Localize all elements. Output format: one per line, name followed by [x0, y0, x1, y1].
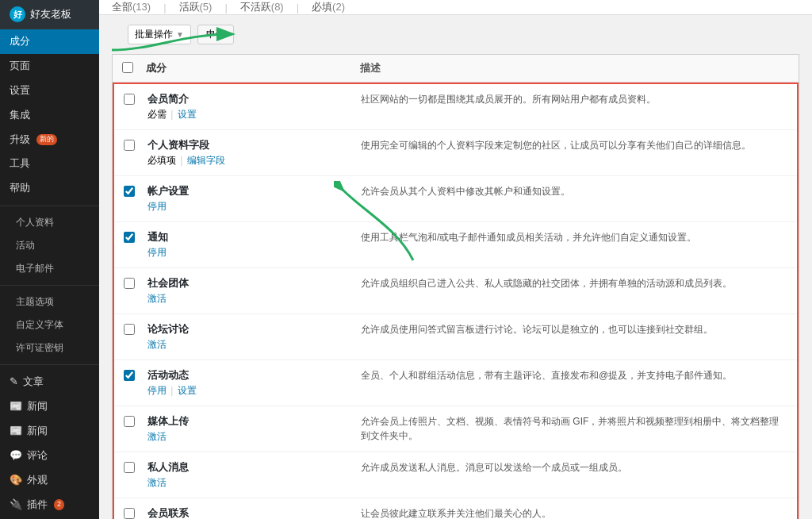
xinwen1-icon: 📰 [10, 400, 22, 413]
sidebar-item-keqianzhengmi[interactable]: 许可证密钥 [0, 336, 99, 359]
sidebar-item-dianziyoujian[interactable]: 电子邮件 [0, 257, 99, 280]
sidebar-item-bangzhu-label: 帮助 [10, 182, 30, 195]
row-check-tongzhi [124, 230, 147, 245]
sidebar-item-jicheng[interactable]: 集成 [0, 103, 99, 128]
sidebar-item-zidingyziti[interactable]: 自定义字体 [0, 313, 99, 336]
row-name-huiyuanlianxi: 会员联系 激活 [147, 506, 361, 519]
sidebar-item-yemian[interactable]: 页面 [0, 54, 99, 79]
table-header: 成分 描述 [113, 55, 799, 83]
header-desc-col: 描述 [360, 61, 789, 75]
checkbox-huiyuanjianjie[interactable] [124, 94, 135, 105]
pinglun-icon: 💬 [10, 449, 22, 463]
sidebar-item-xinwen2[interactable]: 📰 新闻 [0, 419, 99, 444]
topbar-all[interactable]: 全部(13) [112, 0, 151, 14]
row-check-huiyuanlianxi [124, 506, 147, 519]
apply-button[interactable]: 申请 [197, 25, 234, 44]
divider-2 [0, 285, 99, 286]
row-check-gerenziliao [124, 138, 147, 153]
topbar-required-count: (2) [332, 1, 345, 13]
component-links-gerenziliao: 必填项 | 编辑字段 [147, 154, 361, 167]
sidebar-item-waiguan[interactable]: 🎨 外观 [0, 468, 99, 493]
sidebar-item-pinglun[interactable]: 💬 评论 [0, 444, 99, 468]
row-desc-gerenziliao: 使用完全可编辑的个人资料字段来定制您的社区，让成员可以分享有关他们自己的详细信息… [361, 138, 787, 152]
sidebar-item-wenzhang[interactable]: ✎ 文章 [0, 370, 99, 394]
select-all-checkbox[interactable] [122, 62, 133, 73]
sidebar-item-chengfen-label: 成分 [10, 35, 30, 48]
row-desc-zhangu: 允许会员从其个人资料中修改其帐户和通知设置。 [361, 184, 787, 198]
xinwen2-icon: 📰 [10, 425, 22, 438]
checkbox-meiti[interactable] [124, 416, 135, 427]
component-links-meiti: 激活 [147, 430, 361, 444]
row-name-shehuituanti: 社会团体 激活 [147, 276, 361, 306]
component-links-siren: 激活 [147, 476, 361, 490]
link-tingyong-zhangu[interactable]: 停用 [147, 201, 167, 212]
row-name-siren: 私人消息 激活 [147, 460, 361, 490]
topbar: 全部(13) | 活跃(5) | 不活跃(8) | 必填(2) [99, 0, 812, 15]
link-jihuo-siren[interactable]: 激活 [147, 477, 167, 488]
components-table: 成分 描述 会员简介 [112, 54, 799, 519]
sidebar-item-gerenziliao[interactable]: 个人资料 [0, 211, 99, 234]
sidebar-item-shengji[interactable]: 升级 新的 [0, 128, 99, 152]
table-row: 个人资料字段 必填项 | 编辑字段 使用完全可编辑的个人资料字段来定制您的社区，… [114, 130, 797, 176]
table-row: 媒体上传 激活 允许会员上传照片、文档、视频、表情符号和动画 GIF，并将照片和… [114, 406, 797, 452]
sidebar-item-huodong[interactable]: 活动 [0, 234, 99, 257]
row-check-zhangu [124, 184, 147, 199]
sidebar-item-jicheng-label: 集成 [10, 109, 30, 122]
checkbox-zhangu[interactable] [124, 186, 135, 197]
sidebar-item-chengfen[interactable]: 成分 [0, 29, 99, 54]
link-bianjiziduan[interactable]: 编辑字段 [187, 155, 225, 166]
component-name-zhangu: 帐户设置 [147, 184, 361, 198]
component-name-shehuituanti: 社会团体 [147, 276, 361, 290]
topbar-active[interactable]: 活跃(5) [179, 0, 213, 14]
row-check-siren [124, 460, 147, 475]
table-row: 通知 停用 使用工具栏气泡和/或电子邮件通知成员相关活动，并允许他们自定义通知设… [114, 222, 797, 268]
row-desc-tongzhi: 使用工具栏气泡和/或电子邮件通知成员相关活动，并允许他们自定义通知设置。 [361, 230, 787, 244]
row-name-gerenziliao: 个人资料字段 必填项 | 编辑字段 [147, 138, 361, 167]
component-name-meiti: 媒体上传 [147, 414, 361, 429]
checkbox-luntan[interactable] [124, 324, 135, 335]
row-check-huodongdongtai [124, 368, 147, 383]
wenzhang-icon: ✎ [10, 375, 18, 389]
bulk-action-select[interactable]: 批量操作 ▼ [128, 25, 191, 44]
sidebar-item-shezhi-label: 设置 [10, 84, 30, 98]
table-row: 社会团体 激活 允许成员组织自己进入公共、私人或隐藏的社交团体，并拥有单独的活动… [114, 268, 797, 314]
link-jihuo-luntan[interactable]: 激活 [147, 339, 167, 350]
row-name-huodongdongtai: 活动动态 停用 | 设置 [147, 368, 361, 398]
checkbox-gerenziliao[interactable] [124, 140, 135, 151]
component-links-zhangu: 停用 [147, 200, 361, 213]
component-links-luntan: 激活 [147, 338, 361, 352]
row-desc-siren: 允许成员发送私人消息。消息可以发送给一个成员或一组成员。 [361, 460, 787, 475]
checkbox-siren[interactable] [124, 462, 135, 473]
bulk-action-label: 批量操作 [135, 28, 173, 41]
link-tingyong-tongzhi[interactable]: 停用 [147, 247, 167, 258]
link-jihuo-shehuituanti[interactable]: 激活 [147, 293, 167, 304]
link-tingyong-huodong[interactable]: 停用 [147, 385, 167, 396]
sidebar-item-gongju[interactable]: 工具 [0, 152, 99, 176]
table-row: 会员简介 必需 | 设置 社区网站的一切都是围绕其成员展开的。所有网站用户都有成… [114, 84, 797, 130]
sidebar-item-chajian[interactable]: 🔌 插件 2 [0, 493, 99, 517]
link-jihuo-meiti[interactable]: 激活 [147, 431, 167, 442]
sidebar-item-xinwen1[interactable]: 📰 新闻 [0, 394, 99, 419]
sidebar-item-bangzhu[interactable]: 帮助 [0, 176, 99, 201]
checkbox-tongzhi[interactable] [124, 232, 135, 243]
topbar-all-count: (13) [132, 1, 151, 13]
topbar-required[interactable]: 必填(2) [312, 0, 345, 14]
red-border-section: 会员简介 必需 | 设置 社区网站的一切都是围绕其成员展开的。所有网站用户都有成… [113, 83, 799, 519]
link-shezhi-huiyuan[interactable]: 设置 [178, 109, 197, 120]
table-row: 论坛讨论 激活 允许成员使用问答式留言板进行讨论。论坛可以是独立的，也可以连接到… [114, 314, 797, 360]
sidebar-item-shezhi[interactable]: 设置 [0, 79, 99, 103]
checkbox-shehuituanti[interactable] [124, 278, 135, 289]
topbar-inactive[interactable]: 不活跃(8) [240, 0, 284, 14]
component-name-huiyuanlianxi: 会员联系 [147, 506, 361, 519]
row-check-shehuituanti [124, 276, 147, 291]
checkbox-huiyuanlianxi[interactable] [124, 508, 135, 519]
shengji-badge: 新的 [36, 134, 57, 145]
sidebar-item-zhutixuanxiang[interactable]: 主题选项 [0, 290, 99, 313]
component-name-gerenziliao: 个人资料字段 [147, 138, 361, 152]
link-shezhi-huodong[interactable]: 设置 [178, 385, 197, 396]
checkbox-huodongdongtai[interactable] [124, 370, 135, 381]
row-name-tongzhi: 通知 停用 [147, 230, 361, 260]
sidebar-item-gongju-label: 工具 [10, 157, 30, 171]
row-check-luntan [124, 322, 147, 337]
sidebar-item-shengji-label: 升级 [10, 133, 30, 147]
